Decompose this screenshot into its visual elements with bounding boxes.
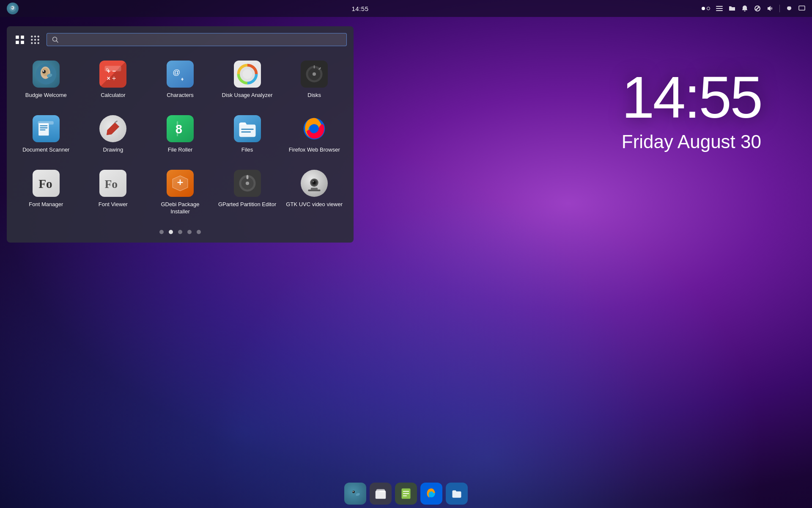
menu-icon[interactable] — [716, 5, 723, 12]
svg-point-81 — [353, 491, 354, 492]
svg-point-14 — [31, 39, 33, 40]
svg-point-16 — [38, 39, 39, 40]
svg-point-80 — [352, 491, 355, 493]
app-item-file-roller[interactable]: 8 File Roller — [148, 109, 213, 160]
app-item-files[interactable]: Files — [215, 109, 280, 160]
svg-rect-8 — [21, 36, 24, 39]
svg-point-19 — [38, 42, 39, 44]
svg-point-39 — [242, 69, 252, 79]
svg-rect-56 — [241, 131, 251, 132]
grid-view-button[interactable] — [14, 33, 26, 46]
search-input[interactable] — [62, 36, 341, 43]
app-icon-files — [234, 115, 261, 142]
page-dot-1[interactable] — [159, 230, 164, 234]
folder-icon[interactable] — [729, 5, 735, 12]
notification-icon[interactable] — [741, 5, 748, 12]
app-icon-disk-usage — [234, 61, 261, 88]
svg-point-26 — [43, 70, 44, 72]
app-item-gtk-uvc[interactable]: GTK UVC video viewer — [282, 164, 347, 221]
taskbar-firefox[interactable] — [420, 483, 442, 505]
app-item-doc-scanner[interactable]: Document Scanner — [14, 109, 79, 160]
svg-text:8: 8 — [176, 122, 182, 136]
svg-text:♦: ♦ — [181, 76, 184, 82]
app-label-gtk-uvc: GTK UVC video viewer — [286, 201, 343, 208]
svg-point-11 — [31, 36, 33, 37]
app-item-font-viewer[interactable]: Fo Font Viewer — [81, 164, 146, 221]
page-dot-5[interactable] — [197, 230, 201, 234]
svg-rect-9 — [16, 41, 19, 44]
app-item-budgie-welcome[interactable]: Budgie Welcome — [14, 55, 79, 105]
page-dot-4[interactable] — [187, 230, 192, 234]
topbar-left — [7, 3, 19, 14]
svg-text:0: 0 — [106, 67, 109, 72]
app-label-budgie-welcome: Budgie Welcome — [25, 92, 67, 99]
budgie-logo[interactable] — [7, 3, 19, 14]
app-item-drawing[interactable]: Drawing — [81, 109, 146, 160]
svg-line-51 — [115, 121, 117, 122]
app-item-font-manager[interactable]: Fo Font Manager — [14, 164, 79, 221]
svg-point-76 — [313, 181, 314, 182]
network-icon[interactable] — [754, 5, 761, 12]
app-label-font-manager: Font Manager — [29, 201, 63, 208]
app-item-gdebi[interactable]: GDebi Package Installer — [148, 164, 213, 221]
app-label-drawing: Drawing — [103, 146, 123, 154]
app-label-firefox: Firefox Web Browser — [289, 146, 340, 154]
app-label-gparted: GParted Partition Editor — [218, 201, 276, 208]
svg-rect-55 — [241, 129, 253, 130]
app-icon-gdebi — [167, 170, 194, 197]
app-launcher: Budgie Welcome + − × ÷ 0 Calculator — [7, 26, 354, 243]
app-item-characters[interactable]: @ ♦ Characters — [148, 55, 213, 105]
app-icon-gparted — [234, 170, 261, 197]
svg-rect-78 — [311, 188, 318, 190]
svg-rect-6 — [799, 6, 805, 10]
svg-rect-5 — [716, 10, 723, 11]
svg-text:÷: ÷ — [112, 75, 116, 82]
app-item-gparted[interactable]: GParted Partition Editor — [215, 164, 280, 221]
search-box[interactable] — [47, 33, 347, 46]
svg-rect-67 — [180, 179, 181, 185]
compact-view-button[interactable] — [29, 33, 41, 46]
taskbar-files[interactable] — [370, 483, 392, 505]
view-toggle — [14, 33, 41, 46]
svg-rect-7 — [16, 36, 19, 39]
app-item-firefox[interactable]: Firefox Web Browser — [282, 109, 347, 160]
topbar: 14:55 — [0, 0, 812, 17]
page-dot-2[interactable] — [169, 230, 173, 234]
app-label-calculator: Calculator — [101, 92, 126, 99]
app-icon-font-manager: Fo — [33, 170, 60, 197]
app-item-disk-usage[interactable]: Disk Usage Analyzer — [215, 55, 280, 105]
app-item-calculator[interactable]: + − × ÷ 0 Calculator — [81, 55, 146, 105]
svg-point-42 — [313, 72, 316, 76]
app-item-disks[interactable]: Disks — [282, 55, 347, 105]
screen-icon[interactable] — [798, 5, 805, 12]
svg-rect-48 — [40, 130, 45, 130]
svg-text:Fo: Fo — [38, 177, 52, 190]
svg-text:@: @ — [173, 68, 180, 77]
svg-point-2 — [11, 7, 13, 8]
status-indicators — [702, 7, 710, 10]
svg-rect-47 — [40, 127, 47, 128]
app-label-gdebi: GDebi Package Installer — [151, 201, 209, 215]
svg-rect-46 — [40, 125, 47, 126]
clock-time: 14:55 — [622, 68, 761, 127]
page-dot-3[interactable] — [178, 230, 182, 234]
power-icon[interactable] — [786, 5, 793, 12]
app-label-files: Files — [241, 146, 253, 154]
taskbar-notes[interactable] — [395, 483, 417, 505]
volume-icon[interactable] — [767, 5, 774, 12]
app-icon-disks — [301, 61, 328, 88]
search-icon — [52, 36, 59, 43]
svg-point-12 — [34, 36, 36, 37]
app-label-disks: Disks — [307, 92, 321, 99]
svg-point-15 — [34, 39, 36, 40]
app-grid: Budgie Welcome + − × ÷ 0 Calculator — [14, 55, 347, 221]
app-icon-file-roller: 8 — [167, 115, 194, 142]
topbar-time-label: 14:55 — [351, 5, 368, 12]
svg-rect-54 — [177, 121, 178, 136]
taskbar-nemo[interactable] — [446, 483, 468, 505]
app-icon-firefox — [301, 115, 328, 142]
app-icon-characters: @ ♦ — [167, 61, 194, 88]
app-label-characters: Characters — [167, 92, 194, 99]
taskbar-budgie-welcome[interactable] — [344, 483, 366, 505]
app-label-disk-usage: Disk Usage Analyzer — [222, 92, 273, 99]
